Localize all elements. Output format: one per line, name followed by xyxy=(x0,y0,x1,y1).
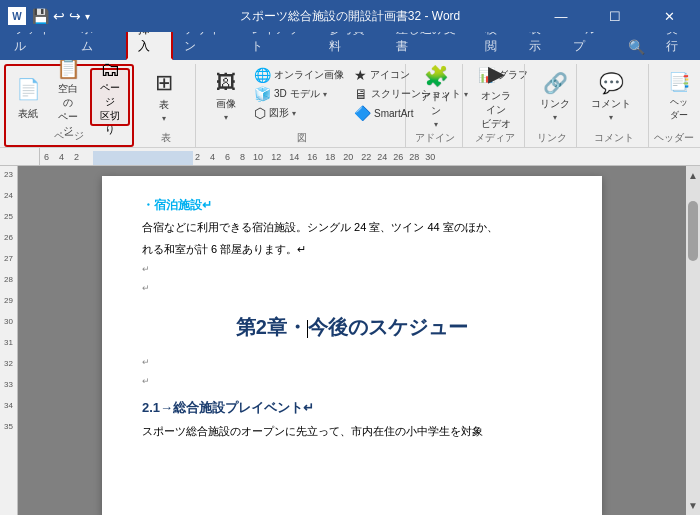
section2-heading: 2.1→総合施設プレイベント↵ xyxy=(142,398,562,419)
pilcrow1: ↵ xyxy=(142,262,562,276)
blank-page-icon: 📋 xyxy=(52,60,84,80)
save-button[interactable]: 💾 xyxy=(32,8,49,24)
comment-icon: 💬 xyxy=(595,70,627,95)
ruler-v-num: 32 xyxy=(4,359,13,368)
ruler-num: 26 xyxy=(393,152,403,162)
ruler-v-num: 29 xyxy=(4,296,13,305)
scroll-down-button[interactable]: ▼ xyxy=(688,500,698,511)
media-group-label: メディア xyxy=(465,131,524,145)
ruler-num: 20 xyxy=(343,152,353,162)
section1-heading: ・宿泊施設↵ xyxy=(142,196,562,215)
ruler-v-num: 34 xyxy=(4,401,13,410)
pages-group-label: ページ xyxy=(6,129,132,143)
pilcrow2: ↵ xyxy=(142,281,562,295)
header-icon: 📑 xyxy=(663,70,695,94)
content-area: 23 24 25 26 27 28 29 30 31 32 33 34 35 ・… xyxy=(0,166,700,515)
ruler-numbers: 6 4 2 2 4 6 8 10 12 14 16 18 20 22 24 26… xyxy=(40,148,700,165)
comment-label: コメント xyxy=(591,97,631,111)
close-button[interactable]: ✕ xyxy=(646,0,692,32)
cover-page-button[interactable]: 📄 表紙 xyxy=(10,68,46,126)
online-video-label: オンライン ビデオ xyxy=(477,89,515,131)
screenshot-icon: 🖥 xyxy=(354,86,368,102)
online-video-icon: ▶ xyxy=(480,61,512,87)
word-icon: W xyxy=(8,7,26,25)
pages-buttons: 📄 表紙 📋 空白の ページ 🗂 ページ 区切り xyxy=(10,68,128,131)
undo-button[interactable]: ↩ xyxy=(53,8,65,24)
addin-group-label: アドイン xyxy=(408,131,462,145)
tab-search[interactable]: 🔍 xyxy=(618,35,655,60)
table-icon: ⊞ xyxy=(148,70,180,96)
ruler-v-num: 31 xyxy=(4,338,13,347)
links-group-label: リンク xyxy=(527,131,576,145)
smartart-icon: 🔷 xyxy=(354,105,371,121)
table-button[interactable]: ⊞ 表 ▾ xyxy=(142,66,186,126)
ruler-num: 12 xyxy=(271,152,281,162)
header-label: ヘッ ダー xyxy=(670,96,688,122)
shapes-button[interactable]: ⬡ 図形 ▾ xyxy=(250,104,348,122)
comment-button[interactable]: 💬 コメント ▾ xyxy=(585,66,637,126)
page-break-button[interactable]: 🗂 ページ 区切り xyxy=(90,68,130,126)
online-video-button[interactable]: ▶ オンライン ビデオ xyxy=(471,66,521,126)
ruler-num: 2 xyxy=(74,152,79,162)
restore-button[interactable]: ☐ xyxy=(592,0,638,32)
ruler-num: 22 xyxy=(361,152,371,162)
document-page[interactable]: ・宿泊施設↵ 合宿などに利用できる宿泊施設。シングル 24 室、ツイン 44 室… xyxy=(102,176,602,515)
ribbon-group-table: ⊞ 表 ▾ 表 xyxy=(136,64,196,147)
title-bar-right: — ☐ ✕ xyxy=(538,0,692,32)
ruler-area: 6 4 2 2 4 6 8 10 12 14 16 18 20 22 24 26… xyxy=(0,148,700,166)
comments-group-label: コメント xyxy=(579,131,648,145)
ruler-num: 24 xyxy=(377,152,387,162)
ruler-num: 10 xyxy=(253,152,263,162)
addin-icon: 🧩 xyxy=(420,64,452,88)
3d-model-label: 3D モデル xyxy=(274,87,320,101)
illustrations-small-buttons: 🌐 オンライン画像 🧊 3D モデル ▾ ⬡ 図形 ▾ xyxy=(250,66,348,136)
ruler-num: 4 xyxy=(59,152,64,162)
shapes-label: 図形 xyxy=(269,106,289,120)
online-image-label: オンライン画像 xyxy=(274,68,344,82)
online-image-icon: 🌐 xyxy=(254,67,271,83)
ruler-num: 30 xyxy=(425,152,435,162)
ruler-num: 28 xyxy=(409,152,419,162)
ruler-num: 8 xyxy=(240,152,245,162)
illustrations-group-label: 図 xyxy=(198,131,405,145)
ruler-v-num: 24 xyxy=(4,191,13,200)
title-bar-left: W 💾 ↩ ↪ ▾ xyxy=(8,7,90,25)
document-area: ・宿泊施設↵ 合宿などに利用できる宿泊施設。シングル 24 室、ツイン 44 室… xyxy=(18,166,686,515)
3d-model-button[interactable]: 🧊 3D モデル ▾ xyxy=(250,85,348,103)
section1-body2: れる和室が計 6 部屋あります。↵ xyxy=(142,241,562,259)
ribbon-group-header: 📑 ヘッ ダー ヘッダー xyxy=(651,64,696,147)
ribbon-group-addin: 🧩 アドイン ▾ アドイン xyxy=(408,64,463,147)
ruler-v-num: 30 xyxy=(4,317,13,326)
link-button[interactable]: 🔗 リンク ▾ xyxy=(533,66,577,126)
scroll-thumb[interactable] xyxy=(688,201,698,261)
image-button[interactable]: 🖼 画像 ▾ xyxy=(204,66,248,126)
qat-more-button[interactable]: ▾ xyxy=(85,11,90,22)
icons-icon: ★ xyxy=(354,67,367,83)
ribbon-group-pages: 📄 表紙 📋 空白の ページ 🗂 ページ 区切り ページ xyxy=(4,64,134,147)
chapter-title-after: 今後のスケジュー xyxy=(308,316,468,338)
cover-page-label: 表紙 xyxy=(18,107,38,121)
minimize-button[interactable]: — xyxy=(538,0,584,32)
ruler-num: 4 xyxy=(210,152,215,162)
table-label: 表 xyxy=(159,98,169,112)
redo-button[interactable]: ↪ xyxy=(69,8,81,24)
blank-page-button[interactable]: 📋 空白の ページ xyxy=(50,68,86,126)
ruler-v-num: 33 xyxy=(4,380,13,389)
image-label: 画像 xyxy=(216,97,236,111)
ruler-num: 16 xyxy=(307,152,317,162)
online-image-button[interactable]: 🌐 オンライン画像 xyxy=(250,66,348,84)
table-dropdown-arrow: ▾ xyxy=(162,114,166,123)
ruler-num: 2 xyxy=(195,152,200,162)
scroll-up-button[interactable]: ▲ xyxy=(688,170,698,181)
ruler-v-num: 28 xyxy=(4,275,13,284)
ribbon-group-media: ▶ オンライン ビデオ メディア xyxy=(465,64,525,147)
cover-page-icon: 📄 xyxy=(12,73,44,105)
chapter-title: 第2章・今後のスケジュー xyxy=(142,311,562,343)
shapes-icon: ⬡ xyxy=(254,105,266,121)
quick-access-toolbar: 💾 ↩ ↪ ▾ xyxy=(32,8,90,24)
ribbon-group-illustrations: 🖼 画像 ▾ 🌐 オンライン画像 🧊 3D モデル ▾ ⬡ 図形 ▾ xyxy=(198,64,406,147)
addin-button[interactable]: 🧩 アドイン ▾ xyxy=(414,66,458,126)
vertical-scrollbar[interactable]: ▲ ▼ xyxy=(686,166,700,515)
header-button[interactable]: 📑 ヘッ ダー xyxy=(657,66,700,126)
header-group-label: ヘッダー xyxy=(651,131,696,145)
